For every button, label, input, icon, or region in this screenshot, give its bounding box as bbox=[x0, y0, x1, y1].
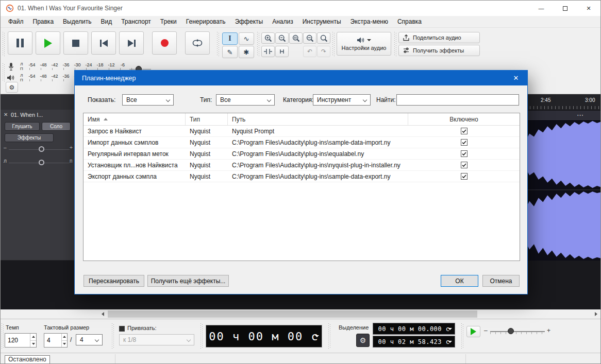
pause-button[interactable] bbox=[8, 31, 32, 55]
edit-toolbar-grip[interactable] bbox=[257, 32, 259, 56]
header-name[interactable]: Имя bbox=[84, 113, 186, 125]
transport-toolbar-grip[interactable] bbox=[3, 32, 5, 56]
maximize-button[interactable] bbox=[553, 1, 577, 16]
time-toolbar-grip[interactable] bbox=[201, 323, 203, 349]
time-signature-upper-spinner[interactable] bbox=[44, 333, 68, 348]
menu-select[interactable]: Выделить bbox=[58, 16, 96, 27]
speed-slider-thumb[interactable] bbox=[508, 328, 514, 334]
clip-header[interactable]: ⋯ bbox=[516, 111, 601, 120]
zoom-toggle-button[interactable] bbox=[317, 32, 330, 44]
track-name[interactable]: 01. When I... bbox=[11, 112, 43, 118]
mute-button[interactable]: Глушить bbox=[5, 122, 40, 131]
enabled-checkbox[interactable] bbox=[461, 128, 468, 134]
enabled-checkbox[interactable] bbox=[461, 162, 468, 168]
time-signature-grip[interactable] bbox=[2, 323, 4, 349]
enabled-checkbox[interactable] bbox=[461, 150, 468, 157]
snap-toolbar-grip[interactable] bbox=[112, 323, 114, 349]
time-signature-spin-arrows[interactable] bbox=[61, 334, 67, 347]
minimize-button[interactable]: — bbox=[529, 1, 553, 16]
rescan-button[interactable]: Пересканировать bbox=[84, 275, 144, 287]
audio-clip[interactable]: ⋯ bbox=[516, 111, 601, 261]
selection-end-field[interactable]: 00 ч 02 м 58.423 с bbox=[373, 336, 455, 348]
zoom-fit-project-button[interactable] bbox=[303, 32, 316, 44]
snap-select[interactable]: к 1/8 bbox=[119, 334, 194, 345]
cancel-button[interactable]: Отмена bbox=[482, 275, 520, 287]
solo-button[interactable]: Соло bbox=[42, 122, 71, 131]
header-type[interactable]: Тип bbox=[186, 113, 228, 125]
horizontal-scrollbar-thumb[interactable] bbox=[108, 310, 477, 318]
audio-setup-grip[interactable] bbox=[332, 32, 335, 56]
multi-tool-button[interactable]: ✱ bbox=[239, 46, 254, 58]
time-format-caret-icon[interactable] bbox=[315, 335, 319, 337]
zoom-selection-button[interactable] bbox=[289, 32, 303, 44]
play-button[interactable] bbox=[36, 31, 60, 55]
dialog-titlebar[interactable]: Плагин-менеджер ✕ bbox=[75, 71, 527, 85]
skip-to-start-button[interactable] bbox=[91, 31, 116, 55]
menu-analyze[interactable]: Анализ bbox=[268, 16, 298, 27]
track-effects-button[interactable]: Эффекты bbox=[5, 133, 54, 142]
snap-checkbox[interactable] bbox=[119, 326, 125, 332]
get-more-effects-button[interactable]: Получить ещё эффекты... bbox=[147, 275, 229, 287]
menu-edit[interactable]: Правка bbox=[28, 16, 59, 27]
menu-view[interactable]: Вид bbox=[96, 16, 116, 27]
speed-slider[interactable] bbox=[490, 331, 545, 332]
pan-slider-thumb[interactable] bbox=[39, 160, 44, 165]
search-input[interactable] bbox=[396, 94, 519, 106]
tempo-input[interactable] bbox=[5, 334, 30, 347]
close-button[interactable]: ✕ bbox=[577, 1, 600, 16]
silence-audio-button[interactable] bbox=[275, 46, 289, 57]
table-row[interactable]: Экспорт данных сэмплаNyquistC:\Program F… bbox=[84, 171, 520, 182]
audio-setup-button[interactable]: Настройки аудио bbox=[337, 32, 391, 56]
waveform-channel-left[interactable] bbox=[516, 120, 601, 190]
track-close-button[interactable]: ✕ bbox=[4, 112, 8, 117]
selection-format-caret-icon[interactable] bbox=[448, 328, 452, 330]
menu-effects[interactable]: Эффекты bbox=[230, 16, 268, 27]
stop-button[interactable] bbox=[63, 31, 88, 55]
scroll-left-button[interactable] bbox=[98, 310, 107, 318]
category-filter-select[interactable]: Инструмент bbox=[313, 94, 371, 106]
zoom-in-button[interactable] bbox=[261, 32, 275, 44]
table-row[interactable]: Регулярный интервал метокNyquistC:\Progr… bbox=[84, 148, 520, 160]
envelope-tool-button[interactable]: ∿ bbox=[239, 32, 254, 45]
selection-start-field[interactable]: 00 ч 00 м 00.000 с bbox=[373, 323, 455, 335]
header-path[interactable]: Путь bbox=[228, 113, 408, 125]
menu-transport[interactable]: Транспорт bbox=[116, 16, 156, 27]
selection-settings-button[interactable]: ⚙ bbox=[356, 334, 370, 347]
menu-generate[interactable]: Генерировать bbox=[181, 16, 230, 27]
meter-settings-button[interactable]: ⚙ bbox=[6, 82, 18, 93]
menu-extra[interactable]: Экстра-меню bbox=[346, 16, 393, 27]
menu-tracks[interactable]: Треки bbox=[156, 16, 181, 27]
undo-button[interactable]: ↶ bbox=[303, 46, 316, 57]
share-audio-button[interactable]: Поделиться аудио bbox=[398, 32, 480, 43]
draw-tool-button[interactable]: ✎ bbox=[222, 46, 238, 58]
type-filter-select[interactable]: Все bbox=[216, 94, 275, 106]
enabled-checkbox[interactable] bbox=[461, 173, 468, 180]
menu-tools[interactable]: Инструменты bbox=[298, 16, 346, 27]
tempo-spin-arrows[interactable] bbox=[30, 334, 36, 347]
trim-audio-button[interactable] bbox=[261, 46, 275, 57]
ok-button[interactable]: ОК bbox=[441, 275, 478, 287]
menu-file[interactable]: Файл bbox=[4, 16, 28, 27]
clip-menu-button[interactable]: ⋯ bbox=[577, 111, 584, 119]
selection-tool-button[interactable]: I bbox=[222, 32, 238, 45]
table-row[interactable]: Запрос в НайквистNyquistNyquist Prompt bbox=[84, 126, 520, 137]
time-display[interactable]: 00 ч 00 м 00 с bbox=[206, 325, 322, 348]
record-button[interactable] bbox=[152, 31, 177, 55]
enabled-checkbox[interactable] bbox=[461, 139, 468, 146]
horizontal-scrollbar[interactable] bbox=[1, 309, 600, 319]
tools-toolbar-grip[interactable] bbox=[217, 32, 219, 56]
time-signature-upper-input[interactable] bbox=[44, 334, 61, 347]
loop-button[interactable] bbox=[185, 31, 210, 55]
play-at-speed-button[interactable] bbox=[466, 326, 480, 337]
scroll-right-button[interactable] bbox=[592, 310, 600, 318]
table-row[interactable]: Установщик пл...нов НайквистаNyquistC:\P… bbox=[84, 160, 520, 171]
zoom-out-button[interactable] bbox=[275, 32, 289, 44]
tempo-spinner[interactable] bbox=[5, 333, 37, 348]
gain-slider-thumb[interactable] bbox=[39, 146, 44, 152]
waveform-channel-right[interactable] bbox=[516, 190, 601, 261]
get-effects-button[interactable]: Получить эффекты bbox=[398, 45, 480, 56]
share-toolbar-grip[interactable] bbox=[394, 32, 396, 56]
time-signature-lower-select[interactable]: 4 bbox=[76, 334, 103, 345]
show-filter-select[interactable]: Все bbox=[122, 94, 174, 106]
redo-button[interactable]: ↷ bbox=[317, 46, 330, 57]
